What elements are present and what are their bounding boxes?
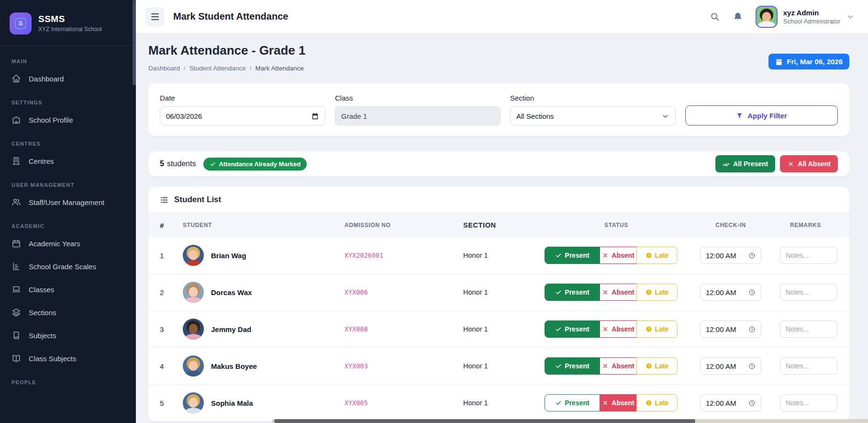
remarks-input[interactable] bbox=[780, 320, 837, 338]
user-role: School Administrator bbox=[783, 18, 840, 25]
present-button[interactable]: Present bbox=[545, 284, 600, 301]
student-name: Brian Wag bbox=[211, 252, 246, 260]
x-icon bbox=[602, 363, 609, 369]
late-button[interactable]: Late bbox=[636, 320, 678, 338]
date-badge[interactable]: Fri, Mar 06, 2026 bbox=[768, 54, 849, 69]
sidebar-item-sections[interactable]: Sections bbox=[0, 301, 136, 324]
check-icon bbox=[555, 326, 562, 332]
all-present-button[interactable]: All Present bbox=[715, 155, 775, 172]
sidebar-scrollbar[interactable] bbox=[133, 0, 136, 85]
sidebar-item-centres[interactable]: Centres bbox=[0, 149, 136, 172]
absent-button[interactable]: Absent bbox=[600, 284, 637, 301]
horizontal-scrollbar[interactable] bbox=[272, 419, 868, 423]
status-toggle-group: Present Absent Late bbox=[545, 284, 688, 301]
checkin-time-input[interactable]: 12:00 AM bbox=[700, 394, 761, 412]
absent-button[interactable]: Absent bbox=[600, 394, 637, 412]
student-list-card: Student List #STUDENTADMISSION NOSECTION… bbox=[148, 187, 849, 422]
date-input[interactable]: 06/03/2026 bbox=[160, 106, 325, 126]
all-absent-button[interactable]: All Absent bbox=[780, 155, 838, 172]
admission-number: XYX2026001 bbox=[345, 252, 456, 259]
breadcrumb-item[interactable]: Dashboard bbox=[148, 65, 180, 72]
sidebar-section-label: ACADEMIC bbox=[0, 214, 136, 232]
sidebar-item-dashboard[interactable]: Dashboard bbox=[0, 67, 136, 90]
check-icon bbox=[555, 289, 562, 296]
sidebar-section-label: PEOPLE bbox=[0, 370, 136, 388]
absent-button[interactable]: Absent bbox=[600, 320, 637, 338]
class-input: Grade 1 bbox=[335, 106, 501, 126]
sidebar-section-label: MAIN bbox=[0, 49, 136, 67]
present-button[interactable]: Present bbox=[545, 320, 600, 338]
late-button[interactable]: Late bbox=[636, 357, 678, 375]
student-avatar bbox=[183, 282, 204, 303]
remarks-input[interactable] bbox=[780, 247, 837, 264]
section-label: Section bbox=[510, 94, 676, 102]
book-icon bbox=[11, 331, 21, 340]
sidebar-item-subjects[interactable]: Subjects bbox=[0, 324, 136, 347]
notifications-bell-icon[interactable] bbox=[733, 11, 743, 22]
late-button[interactable]: Late bbox=[636, 284, 678, 301]
status-toggle-group: Present Absent Late bbox=[545, 357, 688, 375]
checkin-time-input[interactable]: 12:00 AM bbox=[700, 320, 761, 338]
chevron-down-icon bbox=[661, 112, 669, 120]
sidebar-item-class-subjects[interactable]: Class Subjects bbox=[0, 347, 136, 370]
app-root: S SSMS XYZ International School MAINDash… bbox=[0, 0, 868, 423]
table-row: 4 Makus Boyee XYX003 Honor 1 Present Abs… bbox=[148, 348, 849, 385]
late-button[interactable]: Late bbox=[636, 247, 678, 264]
user-menu[interactable]: xyz Admin School Administrator bbox=[756, 6, 855, 28]
user-name: xyz Admin bbox=[783, 9, 840, 17]
column-header: STUDENT bbox=[183, 222, 345, 229]
menu-toggle-button[interactable] bbox=[145, 7, 165, 26]
app-logo-icon: S bbox=[10, 12, 32, 34]
sidebar-item-academic-years[interactable]: Academic Years bbox=[0, 232, 136, 255]
checkin-time-input[interactable]: 12:00 AM bbox=[700, 284, 761, 301]
late-button[interactable]: Late bbox=[636, 394, 678, 412]
clock-icon bbox=[645, 252, 652, 259]
admission-number: XYX003 bbox=[345, 362, 456, 370]
filter-panel: Date 06/03/2026 Class Grade 1 Section Al bbox=[148, 83, 849, 136]
clock-icon bbox=[645, 400, 652, 406]
absent-button[interactable]: Absent bbox=[600, 357, 637, 375]
remarks-input[interactable] bbox=[780, 394, 837, 412]
sidebar-item-school-grade-scales[interactable]: School Grade Scales bbox=[0, 255, 136, 278]
student-name: Makus Boyee bbox=[211, 362, 257, 370]
sidebar-item-school-profile[interactable]: School Profile bbox=[0, 108, 136, 131]
clock-icon bbox=[748, 400, 756, 407]
absent-button[interactable]: Absent bbox=[600, 247, 637, 264]
section-value: Honor 1 bbox=[456, 325, 545, 333]
present-button[interactable]: Present bbox=[545, 247, 600, 264]
checkin-time-input[interactable]: 12:00 AM bbox=[700, 247, 761, 264]
present-button[interactable]: Present bbox=[545, 357, 600, 375]
sidebar-nav: MAINDashboardSETTINGSSchool ProfileCENTR… bbox=[0, 46, 136, 388]
search-icon[interactable] bbox=[710, 11, 720, 22]
sidebar-item-staff-user-management[interactable]: Staff/User Management bbox=[0, 191, 136, 214]
status-toggle-group: Present Absent Late bbox=[545, 247, 688, 264]
clock-icon bbox=[748, 326, 756, 333]
page-title: Mark Attendance - Grade 1 bbox=[148, 43, 305, 58]
remarks-input[interactable] bbox=[780, 357, 837, 375]
horizontal-scrollbar-thumb[interactable] bbox=[274, 419, 695, 423]
present-button[interactable]: Present bbox=[545, 394, 600, 412]
admission-number: XYX006 bbox=[345, 288, 456, 296]
sidebar-item-classes[interactable]: Classes bbox=[0, 278, 136, 301]
apply-filter-button[interactable]: Apply Filter bbox=[685, 105, 838, 126]
app-name: SSMS bbox=[38, 14, 102, 24]
header-title: Mark Student Attendance bbox=[173, 11, 288, 22]
x-icon bbox=[602, 326, 609, 332]
list-icon bbox=[160, 195, 169, 205]
clock-icon bbox=[645, 363, 652, 369]
column-header: # bbox=[160, 221, 183, 229]
users-icon bbox=[11, 197, 21, 207]
x-icon bbox=[602, 400, 609, 406]
sidebar-section-label: USER MANAGEMENT bbox=[0, 172, 136, 191]
list-title: Student List bbox=[174, 195, 221, 205]
section-value: Honor 1 bbox=[456, 252, 545, 259]
breadcrumb-item[interactable]: Student Attendance bbox=[189, 65, 246, 72]
scales-icon bbox=[11, 262, 21, 271]
class-label: Class bbox=[335, 94, 501, 102]
checkin-time-input[interactable]: 12:00 AM bbox=[700, 357, 761, 375]
section-select[interactable]: All Sections bbox=[510, 106, 676, 126]
remarks-input[interactable] bbox=[780, 284, 837, 301]
row-number: 4 bbox=[160, 362, 183, 370]
column-header: STATUS bbox=[545, 222, 688, 229]
check-icon bbox=[555, 363, 562, 369]
